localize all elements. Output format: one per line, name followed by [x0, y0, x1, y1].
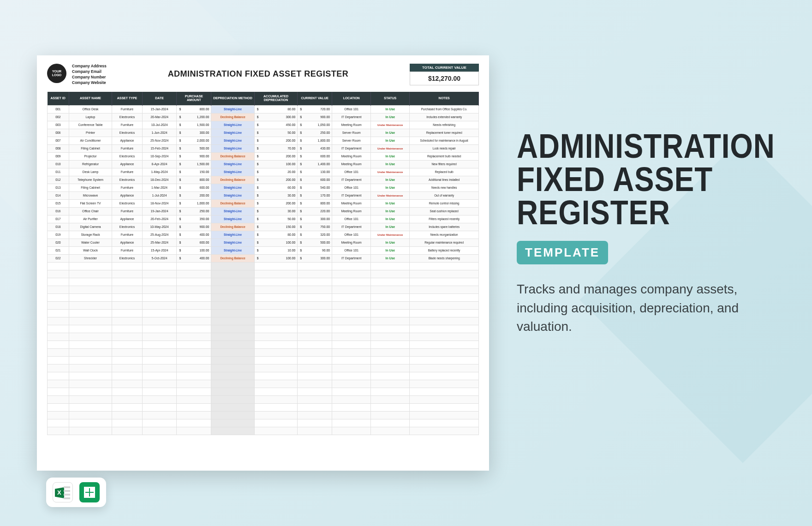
- total-label: TOTAL CURRENT VALUE: [410, 64, 479, 72]
- col-header: DATE: [142, 92, 177, 105]
- table-row: 006PrinterElectronics1-Jun-2024300.00Str…: [48, 129, 479, 137]
- asset-table: ASSET IDASSET NAMEASSET TYPEDATEPURCHASE…: [47, 92, 479, 435]
- col-header: ASSET ID: [48, 92, 69, 105]
- table-row: 003Conference TableFurniture10-Jul-20241…: [48, 121, 479, 129]
- table-row-empty: [48, 341, 479, 348]
- col-header: CURRENT VALUE: [298, 92, 332, 105]
- table-row: 012Telephone SystemElectronics18-Dec-202…: [48, 176, 479, 184]
- template-tag: Template: [517, 241, 608, 264]
- spreadsheet-preview: YOUR LOGO Company Address Company Email …: [37, 55, 489, 471]
- table-row-empty: [48, 278, 479, 286]
- table-row-empty: [48, 419, 479, 427]
- table-row-empty: [48, 301, 479, 309]
- table-row: 018Digital CameraElectronics10-May-20249…: [48, 223, 479, 231]
- total-value: $12,270.00: [410, 72, 479, 85]
- table-row-empty: [48, 317, 479, 325]
- sheet-title: ADMINISTRATION FIXED ASSET REGISTER: [112, 69, 404, 79]
- title-line-3: Register: [517, 196, 736, 229]
- company-email: Company Email: [72, 69, 107, 74]
- table-row: 021Wall ClockFurniture15-Apr-2024100.00S…: [48, 246, 479, 254]
- table-row: 010RefrigeratorAppliance8-Apr-20241,500.…: [48, 160, 479, 168]
- table-row-empty: [48, 309, 479, 317]
- company-info: Company Address Company Email Company Nu…: [72, 64, 107, 85]
- table-row: 011Desk LampFurniture1-May-2024150.00Str…: [48, 168, 479, 176]
- table-row: 015Flat Screen TVElectronics18-Nov-20241…: [48, 199, 479, 207]
- table-row-empty: [48, 427, 479, 435]
- table-row-empty: [48, 364, 479, 372]
- company-website: Company Website: [72, 80, 107, 85]
- table-row-empty: [48, 262, 479, 270]
- col-header: ACCUMULATED DEPRECIATION: [254, 92, 298, 105]
- excel-icon: [53, 482, 73, 502]
- table-row: 019Storage RackFurniture25-Aug-2024400.0…: [48, 231, 479, 239]
- col-header: NOTES: [410, 92, 479, 105]
- table-row-empty: [48, 411, 479, 419]
- col-header: ASSET TYPE: [112, 92, 142, 105]
- table-row: 020Water CoolerAppliance25-Mar-2024600.0…: [48, 239, 479, 246]
- title-line-2: Fixed Asset: [517, 162, 736, 196]
- col-header: ASSET NAME: [69, 92, 112, 105]
- table-row: 017Air PurifierAppliance20-Feb-2024350.0…: [48, 215, 479, 223]
- table-row-empty: [48, 333, 479, 341]
- col-header: LOCATION: [332, 92, 371, 105]
- total-current-value-box: TOTAL CURRENT VALUE $12,270.00: [410, 64, 479, 85]
- logo-placeholder: YOUR LOGO: [47, 64, 66, 83]
- table-row: 016Office ChairFurniture19-Jan-2024250.0…: [48, 207, 479, 215]
- table-row: 008Filing CabinetFurniture15-Feb-2024500…: [48, 144, 479, 152]
- col-header: STATUS: [371, 92, 410, 105]
- table-row-empty: [48, 348, 479, 356]
- table-row-empty: [48, 286, 479, 293]
- table-row-empty: [48, 380, 479, 388]
- format-badges: [46, 478, 106, 507]
- table-row-empty: [48, 395, 479, 403]
- table-row-empty: [48, 372, 479, 380]
- company-address: Company Address: [72, 64, 107, 68]
- company-number: Company Number: [72, 75, 107, 79]
- promo-title: Administration Fixed Asset Register: [517, 129, 736, 229]
- table-row: 022ShredderElectronics5-Oct-2024400.00De…: [48, 254, 479, 262]
- table-row: 014MicrowaveAppliance1-Jul-2024200.00Str…: [48, 191, 479, 199]
- table-row-empty: [48, 325, 479, 333]
- table-row-empty: [48, 356, 479, 364]
- table-row-empty: [48, 270, 479, 278]
- col-header: DEPRECIATION METHOD: [211, 92, 255, 105]
- col-header: PURCHASE AMOUNT: [177, 92, 211, 105]
- table-row-empty: [48, 388, 479, 395]
- table-row: 009ProjectorElectronics10-Sep-2024900.00…: [48, 152, 479, 160]
- promo-description: Tracks and manages company assets, inclu…: [517, 280, 757, 336]
- table-row: 001Office DeskFurniture15-Jan-2024800.00…: [48, 105, 479, 113]
- table-row: 013Filing CabinetFurniture1-Mar-2024600.…: [48, 184, 479, 191]
- title-line-1: Administration: [517, 129, 736, 162]
- google-sheets-icon: [79, 482, 100, 502]
- table-row-empty: [48, 403, 479, 411]
- table-row-empty: [48, 293, 479, 301]
- table-row: 002LaptopElectronics20-Mar-20241,200.00D…: [48, 113, 479, 121]
- table-row: 007Air ConditionerAppliance25-Nov-20242,…: [48, 137, 479, 144]
